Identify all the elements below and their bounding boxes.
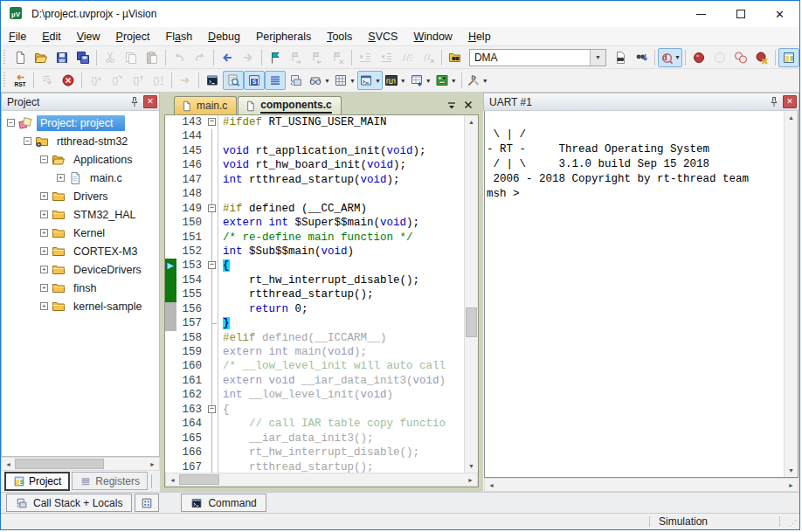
reset-cpu-button[interactable]: RST — [10, 71, 31, 90]
execution-margin[interactable] — [165, 231, 176, 245]
execution-margin[interactable] — [165, 245, 176, 259]
editor-code-area[interactable]: 143−#ifdef RT_USING_USER_MAIN144145void … — [165, 115, 464, 473]
editor-horizontal-scrollbar[interactable]: ◄ ► — [165, 473, 478, 487]
registers-window-button[interactable] — [265, 71, 286, 90]
execution-margin[interactable] — [165, 403, 176, 417]
resize-grip[interactable]: ⋰ — [780, 514, 799, 529]
tree-node-stm32-hal[interactable]: +STM32_HAL — [2, 205, 159, 224]
editor-tab-components-c[interactable]: components.c — [238, 96, 341, 114]
fold-margin[interactable] — [206, 273, 218, 287]
fold-margin[interactable] — [206, 173, 218, 187]
find-combobox[interactable]: DMA▼ — [469, 49, 606, 66]
tree-node-cortex-m3[interactable]: +CORTEX-M3 — [2, 242, 159, 260]
expand-icon[interactable]: + — [40, 302, 48, 310]
menu-project[interactable]: Project — [108, 27, 158, 46]
fold-margin[interactable] — [206, 388, 218, 402]
navigate-back-button[interactable] — [217, 48, 238, 67]
execution-margin[interactable] — [165, 273, 176, 287]
expand-icon[interactable]: + — [40, 192, 48, 200]
expand-icon[interactable]: + — [40, 247, 48, 255]
code-fold-toggle-icon[interactable]: − — [208, 405, 216, 413]
fold-margin[interactable] — [206, 302, 218, 316]
fold-margin[interactable] — [206, 129, 218, 143]
execution-margin[interactable] — [165, 158, 176, 172]
navigate-forward-button[interactable] — [238, 48, 259, 67]
fold-margin[interactable] — [206, 316, 218, 330]
menu-peripherals[interactable]: Peripherals — [248, 27, 319, 46]
execution-margin[interactable] — [165, 417, 176, 431]
fold-margin[interactable] — [206, 144, 218, 158]
tab-registers[interactable]: Registers — [72, 472, 148, 490]
open-folder-button[interactable] — [31, 48, 52, 67]
step-over-button[interactable]: {} — [106, 71, 127, 90]
execution-margin[interactable] — [165, 374, 176, 388]
collapse-icon[interactable]: − — [7, 119, 15, 127]
toolbox-button[interactable]: ▼ — [433, 71, 459, 90]
cut-button[interactable] — [100, 48, 121, 67]
uart-horizontal-scrollbar[interactable]: ◄ ► — [484, 478, 799, 492]
tab-memory[interactable] — [135, 494, 159, 512]
dropdown-arrow-icon[interactable]: ▼ — [400, 78, 406, 84]
tree-node-finsh[interactable]: +finsh — [2, 279, 159, 297]
execution-margin[interactable] — [165, 302, 176, 316]
fold-margin[interactable]: − — [206, 403, 218, 417]
fold-margin[interactable] — [206, 432, 218, 446]
tree-node-main-c[interactable]: +main.c — [2, 169, 159, 187]
dropdown-arrow-icon[interactable]: ▼ — [482, 78, 488, 84]
tree-node-kernel[interactable]: +Kernel — [2, 224, 159, 242]
dropdown-arrow-icon[interactable]: ▼ — [324, 78, 330, 84]
breakpoint-insert-button[interactable] — [688, 48, 709, 67]
menu-window[interactable]: Window — [405, 27, 460, 46]
fold-margin[interactable] — [206, 187, 218, 201]
copy-button[interactable] — [121, 48, 142, 67]
menu-help[interactable]: Help — [460, 27, 499, 46]
fold-margin[interactable] — [206, 216, 218, 230]
debug-settings-button[interactable]: ▼ — [465, 71, 490, 90]
execution-margin[interactable] — [165, 287, 176, 301]
bookmark-toggle-button[interactable] — [265, 48, 286, 67]
collapse-icon[interactable]: − — [40, 155, 48, 163]
execution-margin[interactable] — [165, 359, 176, 373]
run-button[interactable] — [37, 71, 58, 90]
pin-icon[interactable] — [767, 95, 781, 108]
code-fold-toggle-icon[interactable]: − — [208, 204, 216, 212]
comment-button[interactable] — [397, 48, 418, 67]
memory-window-button[interactable]: ▼ — [332, 71, 357, 90]
command-window-button[interactable] — [202, 71, 223, 90]
bookmark-next-button[interactable] — [286, 48, 307, 67]
editor-vertical-scrollbar[interactable]: ▲ ▼ — [464, 115, 478, 473]
fold-margin[interactable]: − — [206, 259, 218, 273]
fold-margin[interactable] — [206, 331, 218, 345]
fold-margin[interactable] — [206, 446, 218, 459]
dropdown-arrow-icon[interactable]: ▼ — [425, 78, 432, 84]
execution-margin[interactable] — [165, 345, 176, 359]
execution-margin[interactable] — [165, 460, 176, 473]
menu-tools[interactable]: Tools — [319, 27, 360, 46]
dropdown-arrow-icon[interactable]: ▼ — [349, 78, 356, 84]
expand-icon[interactable]: + — [40, 229, 48, 237]
menu-file[interactable]: File — [1, 27, 34, 46]
menu-svcs[interactable]: SVCS — [360, 27, 405, 46]
code-fold-toggle-icon[interactable]: − — [208, 261, 216, 269]
paste-button[interactable] — [142, 48, 162, 67]
new-file-button[interactable] — [10, 48, 31, 67]
call-stack-window-button[interactable] — [286, 71, 307, 90]
tab-project[interactable]: Project — [4, 472, 70, 491]
dropdown-arrow-icon[interactable]: ▼ — [674, 54, 681, 60]
uart-vertical-scrollbar[interactable]: ▲ ▼ — [784, 111, 798, 477]
document-list-dropdown-button[interactable] — [444, 97, 460, 113]
system-viewer-button[interactable]: ▼ — [408, 71, 433, 90]
maximize-button[interactable] — [721, 1, 760, 27]
expand-icon[interactable]: + — [57, 174, 65, 182]
execution-margin[interactable] — [165, 115, 176, 129]
dropdown-arrow-icon[interactable]: ▼ — [451, 78, 457, 84]
redo-button[interactable] — [190, 48, 211, 67]
undo-button[interactable] — [169, 48, 190, 67]
project-panel-close-button[interactable]: ✕ — [143, 95, 157, 108]
execution-margin[interactable] — [165, 316, 176, 330]
find-in-files-folder-button[interactable] — [445, 48, 466, 67]
execution-margin[interactable] — [165, 331, 176, 345]
run-to-cursor-button[interactable]: {} — [148, 71, 169, 90]
tree-node-rtthread-stm32[interactable]: −rtthread-stm32 — [2, 132, 159, 150]
fold-margin[interactable] — [206, 345, 218, 359]
